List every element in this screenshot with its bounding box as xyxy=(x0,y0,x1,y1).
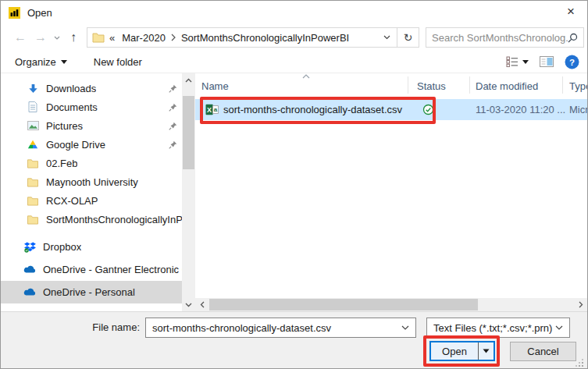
organize-button[interactable]: Organize xyxy=(15,56,67,68)
address-folder-icon xyxy=(92,32,105,43)
dropbox-icon xyxy=(22,242,37,253)
change-view-button[interactable] xyxy=(506,56,529,67)
pin-icon xyxy=(169,140,177,149)
sidebar-item-rcx-olap[interactable]: RCX-OLAP xyxy=(1,191,182,210)
sidebar-item-google-drive[interactable]: Google Drive xyxy=(1,135,182,154)
preview-pane-button[interactable] xyxy=(540,56,554,67)
pin-icon xyxy=(169,103,177,112)
scroll-up-icon[interactable] xyxy=(182,73,195,87)
help-icon: ? xyxy=(565,55,579,69)
file-name-label: File name: xyxy=(1,321,140,333)
csv-file-icon: Xa xyxy=(205,104,219,118)
close-button[interactable]: × xyxy=(554,1,587,23)
search-box[interactable]: Search SortMonthsChronolog... xyxy=(426,27,584,48)
search-icon[interactable] xyxy=(568,33,578,43)
sidebar-item-dropbox[interactable]: Dropbox xyxy=(1,236,182,258)
scroll-right-icon[interactable] xyxy=(574,298,587,311)
refresh-button[interactable]: ↻ xyxy=(397,27,419,48)
sidebar-item-documents[interactable]: Documents xyxy=(1,98,182,116)
sidebar-item-onedrive-gantner[interactable]: OneDrive - Gantner Electronic Gmb xyxy=(1,258,182,281)
file-date-modified: 11-03-2020 11:20 ... xyxy=(476,104,565,115)
svg-text:a: a xyxy=(214,106,218,113)
organize-label: Organize xyxy=(15,56,56,68)
dialog-title: Open xyxy=(27,7,52,19)
sidebar-item-downloads[interactable]: Downloads xyxy=(1,79,182,98)
file-type-dropdown-icon[interactable] xyxy=(555,325,563,330)
sidebar-item-label: Pictures xyxy=(46,120,83,132)
breadcrumb-current[interactable]: SortMonthsChronologicallyInPowerBI xyxy=(177,32,353,44)
address-bar[interactable]: « Mar-2020 SortMonthsChronologicallyInPo… xyxy=(87,27,397,48)
sidebar-item-label: OneDrive - Gantner Electronic Gmb xyxy=(43,264,182,275)
file-type-select[interactable]: Text Files (*.txt;*.csv;*.prn) xyxy=(426,318,570,338)
folder-icon xyxy=(25,196,41,206)
folder-icon xyxy=(25,158,41,169)
open-button[interactable]: Open xyxy=(431,342,478,360)
help-button[interactable]: ? xyxy=(565,55,579,69)
pin-icon xyxy=(169,122,177,130)
svg-text:?: ? xyxy=(569,57,575,66)
sort-ascending-icon xyxy=(302,74,310,79)
sidebar-item-maynooth-university[interactable]: Maynooth University xyxy=(1,172,182,191)
sidebar-item-label: Documents xyxy=(46,101,98,113)
svg-text:X: X xyxy=(207,106,212,114)
open-dropdown-button[interactable] xyxy=(478,342,494,360)
sidebar-item-label: Google Drive xyxy=(46,139,105,151)
open-dialog: Open × ← → ↑ « Mar-2020 SortMonthsChrono… xyxy=(0,0,588,369)
cancel-button[interactable]: Cancel xyxy=(510,342,576,361)
sidebar-item-02feb[interactable]: 02.Feb xyxy=(1,154,182,172)
sidebar-item-pictures[interactable]: Pictures xyxy=(1,116,182,135)
scrollbar-thumb[interactable] xyxy=(183,96,194,169)
pin-icon xyxy=(169,84,177,93)
up-button[interactable]: ↑ xyxy=(63,27,84,48)
onedrive-icon xyxy=(22,265,37,274)
scrollbar-thumb[interactable] xyxy=(209,299,478,310)
scroll-down-icon[interactable] xyxy=(182,298,195,311)
scroll-left-icon[interactable] xyxy=(195,298,208,311)
sidebar-item-sortmonths-folder[interactable]: SortMonthsChronologicallyInPow xyxy=(1,210,182,229)
sidebar-scrollbar[interactable] xyxy=(182,73,195,311)
sidebar-item-label: Downloads xyxy=(46,83,96,94)
file-name: sort-months-chronologically-dataset.csv xyxy=(223,104,402,115)
file-name-input[interactable]: sort-months-chronologically-dataset.csv xyxy=(145,318,416,338)
sidebar-item-label: 02.Feb xyxy=(46,158,77,169)
new-folder-button[interactable]: New folder xyxy=(94,56,142,68)
file-type-value: Text Files (*.txt;*.csv;*.prn) xyxy=(433,322,555,334)
sidebar-item-onedrive-personal[interactable]: OneDrive - Personal xyxy=(1,281,182,303)
new-folder-label: New folder xyxy=(94,56,142,68)
column-header-date-modified[interactable]: Date modified xyxy=(476,80,538,92)
folder-icon xyxy=(25,215,41,225)
address-dropdown-chevron-icon[interactable] xyxy=(380,35,394,40)
navigation-bar: ← → ↑ « Mar-2020 SortMonthsChronological… xyxy=(1,24,587,51)
open-split-button: Open xyxy=(429,341,495,361)
back-button[interactable]: ← xyxy=(10,27,30,48)
downloads-icon xyxy=(25,83,41,94)
view-details-icon xyxy=(506,56,519,67)
column-header-status[interactable]: Status xyxy=(417,80,446,92)
sidebar-item-label: OneDrive - Personal xyxy=(43,286,135,298)
organize-caret-icon xyxy=(61,60,67,64)
column-header-name[interactable]: Name xyxy=(201,80,229,92)
resize-grip[interactable] xyxy=(575,358,584,367)
footer-panel: File name: sort-months-chronologically-d… xyxy=(1,311,587,369)
horizontal-scrollbar[interactable] xyxy=(195,298,587,311)
open-button-label: Open xyxy=(442,346,467,357)
google-drive-icon xyxy=(25,140,41,149)
breadcrumb-parent[interactable]: Mar-2020 xyxy=(118,32,169,44)
file-name-value: sort-months-chronologically-dataset.csv xyxy=(152,322,401,334)
title-bar: Open × xyxy=(1,1,587,24)
onedrive-icon xyxy=(22,288,37,296)
preview-pane-icon xyxy=(540,56,554,67)
view-caret-icon xyxy=(522,60,529,64)
forward-button[interactable]: → xyxy=(30,27,51,48)
file-row[interactable]: Xa sort-months-chronologically-dataset.c… xyxy=(195,99,587,120)
search-placeholder: Search SortMonthsChronolog... xyxy=(432,32,568,44)
recent-locations-chevron-icon[interactable] xyxy=(51,27,63,48)
file-name-dropdown-icon[interactable] xyxy=(401,325,409,330)
list-header: Name Status Date modified Type xyxy=(195,73,587,97)
sidebar-item-label: SortMonthsChronologicallyInPow xyxy=(46,214,182,225)
document-icon xyxy=(25,101,41,112)
breadcrumb-collapsed-chevrons[interactable]: « xyxy=(105,32,118,44)
breadcrumb-separator-icon xyxy=(169,34,177,41)
sidebar-item-label: RCX-OLAP xyxy=(46,195,98,207)
column-header-type[interactable]: Type xyxy=(569,80,588,92)
